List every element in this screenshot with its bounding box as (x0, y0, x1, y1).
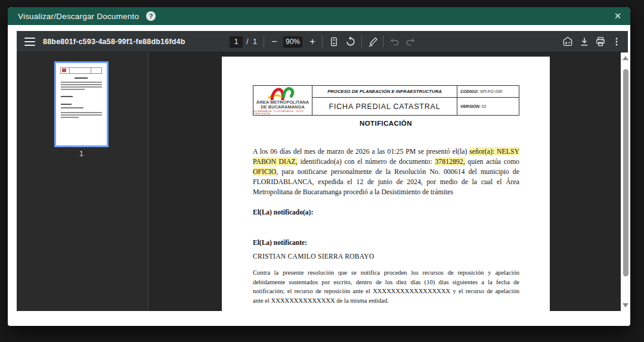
page-thumbnail[interactable] (54, 61, 109, 147)
pdf-viewer-content: 1 ÁREA METROPOLITANA DE BUCARAMANGA BUCA… (17, 52, 621, 311)
mini-text (61, 112, 102, 113)
process-title: PROCESO DE PLANEACIÓN E INFRAESTRUCTURA (312, 86, 457, 97)
codigo-value: SPI-FO-030 (480, 89, 502, 94)
mini-text (61, 89, 85, 90)
page-total: 1 (253, 31, 257, 52)
legal-paragraph: Contra la presente resolución que se not… (253, 268, 519, 305)
logo-cell: ÁREA METROPOLITANA DE BUCARAMANGA BUCARA… (253, 86, 312, 115)
close-icon[interactable]: ✕ (611, 10, 624, 23)
section-title: NOTIFICACIÓN (222, 120, 550, 127)
document-viewer-modal: Visualizar/Descargar Documento ? ✕ 88be8… (8, 7, 630, 326)
mini-title (75, 77, 88, 79)
modal-title: Visualizar/Descargar Documento (18, 12, 139, 21)
logo-text-line2: DE BUCARAMANGA (261, 105, 305, 110)
intro-paragraph: A los 06 días del mes de marzo de 2026 a… (253, 147, 519, 197)
document-page: ÁREA METROPOLITANA DE BUCARAMANGA BUCARA… (222, 57, 550, 311)
thumbnail-sidebar: 1 (17, 52, 148, 311)
toolbar-separator (383, 36, 383, 48)
undo-icon[interactable] (388, 35, 402, 49)
mini-text (61, 86, 102, 88)
toolbar-separator (322, 36, 323, 48)
notified-label: El(La) notificado(a): (253, 209, 313, 216)
codigo-field: CODIGO: SPI-FO-030 (457, 86, 519, 97)
scrollbar-thumb[interactable] (623, 69, 628, 276)
vertical-scrollbar[interactable] (621, 52, 630, 311)
download-icon[interactable] (577, 35, 592, 49)
amb-logo-icon (266, 86, 299, 100)
version-label: VERSIÓN: (460, 104, 481, 108)
mini-table-line (69, 67, 70, 74)
page-separator: / (246, 31, 248, 52)
redo-icon[interactable] (403, 35, 417, 49)
rotate-icon[interactable] (343, 35, 358, 49)
scroll-up-icon[interactable] (623, 56, 628, 60)
document-id: 88be801f-c593-4a58-99f1-fe88db16fd4b (43, 31, 185, 52)
document-header-table: ÁREA METROPOLITANA DE BUCARAMANGA BUCARA… (253, 85, 519, 116)
mini-text (61, 82, 102, 83)
more-icon[interactable] (609, 35, 624, 49)
toolbar-separator (264, 36, 264, 48)
version-field: VERSIÓN: 01 (457, 97, 519, 115)
save-with-annotations-icon[interactable] (561, 35, 575, 49)
zoom-out-button[interactable]: − (268, 35, 281, 49)
zoom-level-input[interactable]: 90% (283, 36, 302, 48)
version-value: 01 (482, 104, 487, 108)
mini-label (61, 104, 72, 105)
fit-page-icon[interactable] (327, 35, 341, 49)
intro-seg4: , para notificarse personalmente de la R… (253, 167, 519, 196)
scroll-down-icon[interactable] (623, 303, 628, 307)
thumbnail-page-number: 1 (54, 150, 109, 158)
intro-seg3: quien actúa como (465, 157, 519, 166)
modal-header: Visualizar/Descargar Documento ? ✕ (8, 7, 630, 25)
help-icon[interactable]: ? (146, 11, 156, 21)
print-icon[interactable] (593, 35, 608, 49)
mini-label (61, 96, 73, 97)
menu-icon[interactable] (23, 35, 37, 49)
mini-name (61, 107, 83, 108)
mini-header-table (60, 67, 102, 74)
mini-logo (62, 69, 66, 72)
codigo-label: CODIGO: (460, 89, 479, 94)
mini-text (61, 117, 79, 118)
pdf-toolbar: 88be801f-c593-4a58-99f1-fe88db16fd4b 1 /… (17, 31, 628, 52)
toolbar-separator (361, 36, 362, 48)
mini-text (61, 114, 102, 116)
mini-text (61, 84, 102, 85)
highlight-role: OFICIO (253, 167, 276, 176)
logo-cities-text: BUCARAMANGA · FLORIDABLANCA · GIRÓN · PI… (253, 110, 312, 115)
screen: Visualizar/Descargar Documento ? ✕ 88be8… (0, 0, 644, 342)
highlight-document-number: 37812892, (435, 157, 465, 166)
mini-table-line (91, 67, 91, 74)
form-name: FICHA PREDIAL CATASTRAL (312, 97, 457, 115)
intro-seg2: identificado(a) con el número de documen… (298, 157, 435, 166)
annotate-icon[interactable] (366, 35, 380, 49)
zoom-in-button[interactable]: + (306, 35, 319, 49)
intro-seg1: A los 06 días del mes de marzo de 2026 a… (253, 147, 469, 156)
page-number-input[interactable]: 1 (230, 36, 243, 48)
notifier-name: CRISTIAN CAMILO SIERRA ROBAYO (253, 253, 374, 260)
notifier-label: El(La) notificante: (253, 239, 307, 246)
